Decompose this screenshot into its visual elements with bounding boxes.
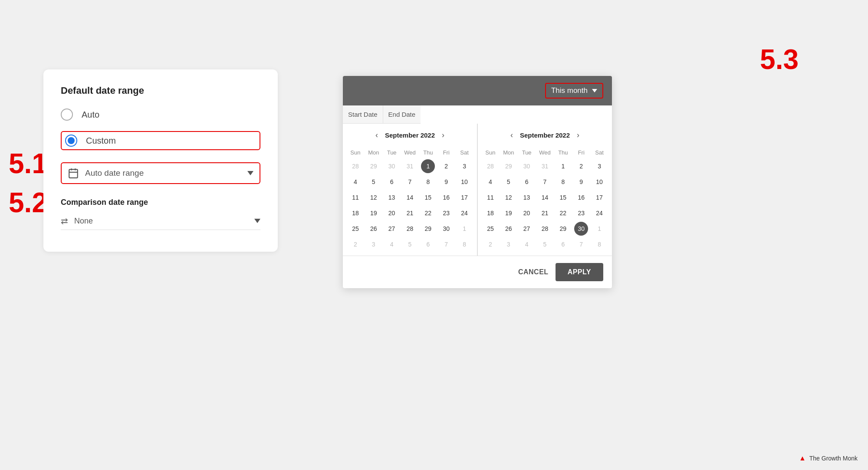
day-cell[interactable]: 11 [349, 191, 362, 204]
day-cell[interactable]: 19 [502, 206, 516, 220]
day-cell[interactable]: 7 [403, 175, 417, 189]
day-cell[interactable]: 27 [385, 222, 399, 236]
day-cell[interactable]: 28 [403, 222, 417, 236]
day-cell[interactable]: 31 [538, 159, 552, 173]
day-cell[interactable]: 28 [483, 159, 497, 173]
day-cell[interactable]: 19 [367, 206, 381, 220]
day-cell[interactable]: 24 [457, 206, 471, 220]
end-next-arrow[interactable]: › [573, 129, 583, 141]
day-cell[interactable]: 9 [574, 175, 588, 189]
day-cell[interactable]: 4 [349, 175, 362, 189]
day-cell[interactable]: 6 [520, 175, 534, 189]
day-cell[interactable]: 7 [538, 175, 552, 189]
day-cell[interactable]: 5 [502, 175, 516, 189]
auto-radio-button[interactable] [61, 108, 73, 121]
day-cell[interactable]: 12 [502, 191, 516, 204]
day-cell[interactable]: 1 [421, 159, 435, 173]
day-cell[interactable]: 27 [520, 222, 534, 236]
start-day-fri: Fri [437, 147, 455, 158]
end-prev-arrow[interactable]: ‹ [507, 129, 516, 141]
day-cell[interactable]: 28 [349, 159, 362, 173]
day-cell[interactable]: 17 [592, 191, 606, 204]
day-cell[interactable]: 26 [502, 222, 516, 236]
day-cell[interactable]: 25 [483, 222, 497, 236]
annotation-53: 5.3 [760, 43, 799, 76]
day-cell[interactable]: 15 [421, 191, 435, 204]
cancel-button[interactable]: CANCEL [518, 268, 549, 276]
day-cell[interactable]: 11 [483, 191, 497, 204]
day-cell[interactable]: 30 [520, 159, 534, 173]
day-cell[interactable]: 13 [385, 191, 399, 204]
day-cell[interactable]: 6 [385, 175, 399, 189]
day-cell[interactable]: 29 [367, 159, 381, 173]
day-cell[interactable]: 1 [556, 159, 570, 173]
day-cell[interactable]: 3 [592, 159, 606, 173]
day-cell[interactable]: 5 [403, 237, 417, 251]
day-cell[interactable]: 2 [349, 237, 362, 251]
day-cell[interactable]: 30 [439, 222, 453, 236]
custom-radio-button[interactable] [65, 135, 77, 147]
day-cell[interactable]: 30 [385, 159, 399, 173]
day-cell[interactable]: 25 [349, 222, 362, 236]
day-cell[interactable]: 8 [457, 237, 471, 251]
day-cell[interactable]: 22 [421, 206, 435, 220]
day-cell[interactable]: 13 [520, 191, 534, 204]
day-cell[interactable]: 5 [538, 237, 552, 251]
start-prev-arrow[interactable]: ‹ [372, 129, 381, 141]
day-cell[interactable]: 21 [403, 206, 417, 220]
month-selector[interactable]: This month [545, 83, 603, 99]
day-cell[interactable]: 24 [592, 206, 606, 220]
custom-radio-box[interactable]: Custom [61, 131, 260, 150]
day-cell[interactable]: 23 [574, 206, 588, 220]
day-cell[interactable]: 22 [556, 206, 570, 220]
day-cell[interactable]: 29 [556, 222, 570, 236]
day-cell[interactable]: 4 [385, 237, 399, 251]
day-cell[interactable]: 7 [574, 237, 588, 251]
day-cell[interactable]: 14 [403, 191, 417, 204]
day-cell[interactable]: 2 [574, 159, 588, 173]
date-range-dropdown[interactable]: Auto date range [61, 162, 260, 184]
day-cell[interactable]: 6 [556, 237, 570, 251]
day-cell[interactable]: 14 [538, 191, 552, 204]
day-cell[interactable]: 16 [439, 191, 453, 204]
day-cell[interactable]: 5 [367, 175, 381, 189]
day-cell[interactable]: 1 [457, 222, 471, 236]
day-cell[interactable]: 2 [439, 159, 453, 173]
day-cell[interactable]: 18 [349, 206, 362, 220]
end-day-sat: Sat [590, 147, 608, 158]
day-cell[interactable]: 17 [457, 191, 471, 204]
day-cell[interactable]: 18 [483, 206, 497, 220]
day-cell[interactable]: 20 [520, 206, 534, 220]
day-cell[interactable]: 2 [483, 237, 497, 251]
day-cell[interactable]: 29 [502, 159, 516, 173]
day-cell[interactable]: 20 [385, 206, 399, 220]
apply-button[interactable]: APPLY [556, 263, 603, 281]
day-cell[interactable]: 23 [439, 206, 453, 220]
day-cell[interactable]: 8 [421, 175, 435, 189]
day-cell[interactable]: 6 [421, 237, 435, 251]
day-cell[interactable]: 10 [592, 175, 606, 189]
day-cell[interactable]: 12 [367, 191, 381, 204]
day-cell[interactable]: 3 [502, 237, 516, 251]
day-cell[interactable]: 3 [457, 159, 471, 173]
day-cell[interactable]: 7 [439, 237, 453, 251]
day-cell[interactable]: 10 [457, 175, 471, 189]
day-cell[interactable]: 8 [556, 175, 570, 189]
auto-radio-option[interactable]: Auto [61, 108, 260, 121]
day-cell[interactable]: 28 [538, 222, 552, 236]
calendar-header: This month [343, 76, 612, 105]
day-cell[interactable]: 9 [439, 175, 453, 189]
day-cell[interactable]: 29 [421, 222, 435, 236]
day-cell[interactable]: 4 [520, 237, 534, 251]
day-cell[interactable]: 8 [592, 237, 606, 251]
day-cell[interactable]: 21 [538, 206, 552, 220]
day-cell[interactable]: 30 [574, 222, 588, 236]
day-cell[interactable]: 4 [483, 175, 497, 189]
start-next-arrow[interactable]: › [438, 129, 448, 141]
day-cell[interactable]: 1 [592, 222, 606, 236]
day-cell[interactable]: 26 [367, 222, 381, 236]
day-cell[interactable]: 3 [367, 237, 381, 251]
day-cell[interactable]: 16 [574, 191, 588, 204]
day-cell[interactable]: 31 [403, 159, 417, 173]
day-cell[interactable]: 15 [556, 191, 570, 204]
